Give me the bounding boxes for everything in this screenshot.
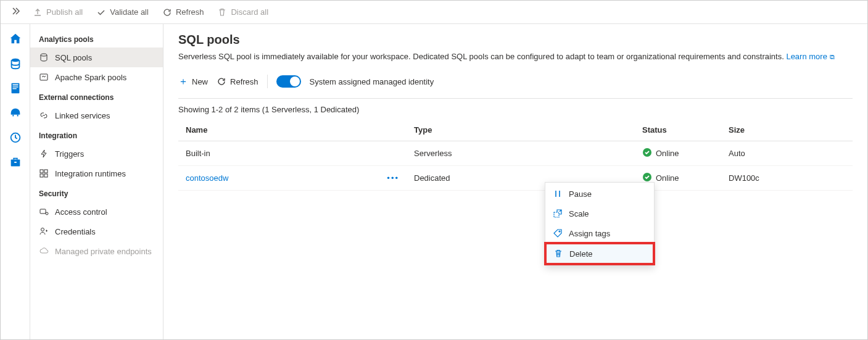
runtime-icon xyxy=(39,168,49,178)
sql-pool-icon xyxy=(39,52,49,62)
col-size[interactable]: Size xyxy=(721,119,853,141)
row-more-button[interactable]: ••• xyxy=(387,173,399,183)
svg-rect-15 xyxy=(40,209,46,214)
ctx-pause[interactable]: Pause xyxy=(545,184,654,204)
scale-icon xyxy=(553,209,563,218)
nav-sql-pools-label: SQL pools xyxy=(55,53,92,62)
trash-icon xyxy=(217,7,227,17)
validate-all-button[interactable]: Validate all xyxy=(90,4,155,21)
external-link-icon: ⧉ xyxy=(830,53,835,60)
nav-item-spark-pools[interactable]: Apache Spark pools xyxy=(30,67,163,87)
top-toolbar: Publish all Validate all Refresh Discard… xyxy=(1,1,867,24)
refresh-content-button[interactable]: Refresh xyxy=(217,77,258,86)
ctx-delete-label: Delete xyxy=(569,249,593,259)
action-bar: ＋ New Refresh System assigned managed id… xyxy=(178,71,853,99)
toggle-label: System assigned managed identity xyxy=(310,77,434,86)
status-ok-icon xyxy=(642,147,652,159)
delete-icon xyxy=(553,249,563,259)
svg-rect-12 xyxy=(44,170,48,173)
validate-all-label: Validate all xyxy=(110,7,149,17)
upload-icon xyxy=(33,7,43,17)
svg-point-17 xyxy=(41,228,44,231)
nav-triggers-label: Triggers xyxy=(55,149,84,159)
new-button[interactable]: ＋ New xyxy=(178,75,208,88)
rail-monitor[interactable] xyxy=(4,126,27,149)
svg-rect-11 xyxy=(40,170,43,173)
cell-name[interactable]: contosoedw ••• xyxy=(178,166,407,191)
col-name[interactable]: Name xyxy=(178,119,407,141)
trigger-icon xyxy=(39,149,49,159)
refresh-icon xyxy=(162,7,172,17)
nav-spark-pools-label: Apache Spark pools xyxy=(55,73,126,82)
refresh-content-label: Refresh xyxy=(230,77,258,86)
plus-icon: ＋ xyxy=(178,75,188,88)
col-type[interactable]: Type xyxy=(407,119,635,141)
svg-rect-8 xyxy=(14,162,17,163)
nav-item-linked-services[interactable]: Linked services xyxy=(30,106,163,125)
nav-section-pools: Analytics pools xyxy=(30,29,163,48)
svg-rect-3 xyxy=(12,86,18,87)
ctx-assign-tags[interactable]: Assign tags xyxy=(545,223,654,243)
chevron-right-double-icon xyxy=(10,6,20,16)
link-icon xyxy=(39,110,49,120)
ctx-scale[interactable]: Scale xyxy=(545,204,654,223)
result-count: Showing 1-2 of 2 items (1 Serverless, 1 … xyxy=(178,105,853,114)
nav-item-access-control[interactable]: Access control xyxy=(30,202,163,222)
ctx-scale-label: Scale xyxy=(569,209,589,218)
managed-identity-toggle[interactable] xyxy=(276,75,301,88)
ctx-pause-label: Pause xyxy=(569,189,592,199)
rail-data[interactable] xyxy=(4,52,27,75)
svg-rect-14 xyxy=(44,174,48,177)
learn-more-link[interactable]: Learn more ⧉ xyxy=(786,52,834,61)
cell-status: Online xyxy=(635,141,721,166)
table-row[interactable]: Built-in Serverless Online Auto xyxy=(178,141,853,166)
nav-item-managed-endpoints[interactable]: Managed private endpoints xyxy=(30,241,163,261)
table-row[interactable]: contosoedw ••• Dedicated Online DW100c xyxy=(178,166,853,191)
nav-item-triggers[interactable]: Triggers xyxy=(30,144,163,164)
cloud-icon xyxy=(39,246,49,256)
nav-section-int: Integration xyxy=(30,125,163,144)
rail-develop[interactable] xyxy=(4,77,27,99)
refresh-icon xyxy=(217,77,226,86)
nav-section-ext: External connections xyxy=(30,87,163,106)
publish-all-label: Publish all xyxy=(46,7,83,17)
ctx-tags-label: Assign tags xyxy=(569,229,610,238)
svg-point-0 xyxy=(11,59,19,62)
publish-all-button[interactable]: Publish all xyxy=(27,4,89,21)
cell-size: Auto xyxy=(721,141,853,166)
nav-section-sec: Security xyxy=(30,183,163,202)
svg-rect-2 xyxy=(12,85,18,86)
page-title: SQL pools xyxy=(178,33,853,47)
page-description: Serverless SQL pool is immediately avail… xyxy=(178,52,853,61)
new-label: New xyxy=(192,77,208,86)
discard-all-button[interactable]: Discard all xyxy=(211,4,275,21)
nav-access-label: Access control xyxy=(55,207,107,217)
cell-type: Serverless xyxy=(407,141,635,166)
access-icon xyxy=(39,207,49,217)
icon-rail xyxy=(1,24,30,339)
nav-endpoints-label: Managed private endpoints xyxy=(55,247,152,256)
nav-runtimes-label: Integration runtimes xyxy=(55,169,126,178)
cell-size: DW100c xyxy=(721,166,853,191)
svg-point-16 xyxy=(46,212,48,215)
pools-table: Name Type Status Size Built-in Serverles… xyxy=(178,119,853,191)
check-icon xyxy=(96,7,106,17)
refresh-button[interactable]: Refresh xyxy=(156,4,210,21)
credentials-icon xyxy=(39,226,49,236)
nav-item-runtimes[interactable]: Integration runtimes xyxy=(30,164,163,183)
nav-item-sql-pools[interactable]: SQL pools xyxy=(30,48,163,67)
svg-rect-4 xyxy=(12,88,16,89)
collapse-toggle-button[interactable] xyxy=(6,4,25,20)
discard-all-label: Discard all xyxy=(231,7,268,17)
rail-integrate[interactable] xyxy=(4,102,27,124)
spark-icon xyxy=(39,72,49,82)
svg-point-9 xyxy=(41,54,47,56)
rail-manage[interactable] xyxy=(4,151,27,173)
nav-item-credentials[interactable]: Credentials xyxy=(30,222,163,241)
svg-rect-5 xyxy=(10,113,20,115)
rail-home[interactable] xyxy=(4,28,27,50)
row-context-menu: Pause Scale Assign tags Delete xyxy=(545,182,655,266)
ctx-delete[interactable]: Delete xyxy=(545,243,654,264)
divider xyxy=(267,75,268,88)
col-status[interactable]: Status xyxy=(635,119,721,141)
